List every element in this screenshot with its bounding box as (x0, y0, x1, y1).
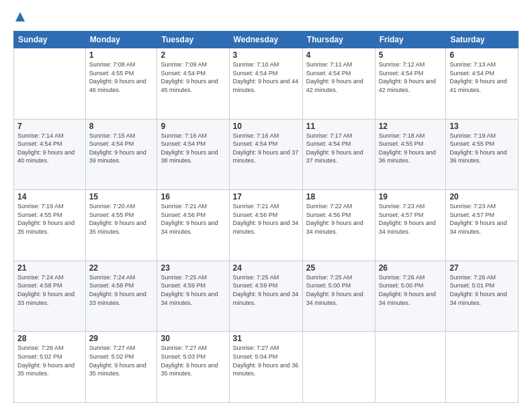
day-info: Sunrise: 7:26 AMSunset: 5:00 PMDaylight:… (379, 274, 436, 306)
calendar-week-row: 14 Sunrise: 7:19 AMSunset: 4:55 PMDaylig… (14, 190, 519, 261)
day-number: 26 (379, 263, 443, 273)
day-number: 22 (89, 263, 154, 273)
day-number: 14 (17, 192, 82, 201)
calendar-cell: 5 Sunrise: 7:12 AMSunset: 4:54 PMDayligh… (375, 48, 446, 120)
day-info: Sunrise: 7:22 AMSunset: 4:56 PMDaylight:… (306, 203, 363, 235)
day-info: Sunrise: 7:17 AMSunset: 4:54 PMDaylight:… (306, 132, 363, 165)
day-info: Sunrise: 7:27 AMSunset: 5:03 PMDaylight:… (161, 345, 218, 377)
calendar-cell: 25 Sunrise: 7:25 AMSunset: 5:00 PMDaylig… (302, 261, 375, 332)
calendar-cell: 18 Sunrise: 7:22 AMSunset: 4:56 PMDaylig… (302, 190, 375, 261)
calendar-cell: 3 Sunrise: 7:10 AMSunset: 4:54 PMDayligh… (229, 48, 302, 120)
day-info: Sunrise: 7:21 AMSunset: 4:56 PMDaylight:… (161, 203, 218, 235)
day-number: 5 (379, 50, 443, 60)
weekday-header-row: SundayMondayTuesdayWednesdayThursdayFrid… (14, 32, 519, 48)
calendar-week-row: 1 Sunrise: 7:08 AMSunset: 4:55 PMDayligh… (14, 48, 519, 120)
day-number: 24 (233, 263, 299, 273)
day-info: Sunrise: 7:20 AMSunset: 4:55 PMDaylight:… (89, 203, 146, 235)
calendar-week-row: 28 Sunrise: 7:26 AMSunset: 5:02 PMDaylig… (14, 332, 519, 403)
svg-marker-0 (15, 12, 25, 21)
day-info: Sunrise: 7:23 AMSunset: 4:57 PMDaylight:… (379, 203, 436, 235)
day-info: Sunrise: 7:15 AMSunset: 4:54 PMDaylight:… (89, 132, 146, 165)
page: SundayMondayTuesdayWednesdayThursdayFrid… (0, 0, 532, 411)
day-number: 17 (233, 192, 299, 201)
calendar-week-row: 21 Sunrise: 7:24 AMSunset: 4:58 PMDaylig… (14, 261, 519, 332)
day-number: 27 (449, 263, 515, 273)
day-info: Sunrise: 7:27 AMSunset: 5:04 PMDaylight:… (233, 345, 299, 377)
weekday-header-thursday: Thursday (302, 32, 375, 48)
weekday-header-monday: Monday (85, 32, 157, 48)
calendar-cell (446, 332, 519, 403)
calendar-cell: 15 Sunrise: 7:20 AMSunset: 4:55 PMDaylig… (85, 190, 157, 261)
calendar-cell: 23 Sunrise: 7:25 AMSunset: 4:59 PMDaylig… (157, 261, 229, 332)
day-info: Sunrise: 7:10 AMSunset: 4:54 PMDaylight:… (233, 61, 299, 93)
calendar-cell: 16 Sunrise: 7:21 AMSunset: 4:56 PMDaylig… (157, 190, 229, 261)
day-info: Sunrise: 7:16 AMSunset: 4:54 PMDaylight:… (161, 132, 218, 165)
calendar-cell: 12 Sunrise: 7:18 AMSunset: 4:55 PMDaylig… (375, 119, 446, 190)
calendar-cell: 21 Sunrise: 7:24 AMSunset: 4:58 PMDaylig… (14, 261, 86, 332)
day-number: 10 (233, 122, 299, 131)
calendar-cell (14, 48, 86, 120)
calendar-cell: 17 Sunrise: 7:21 AMSunset: 4:56 PMDaylig… (229, 190, 302, 261)
day-info: Sunrise: 7:25 AMSunset: 4:59 PMDaylight:… (161, 274, 218, 306)
day-number: 1 (89, 50, 154, 60)
day-number: 7 (17, 122, 82, 131)
day-number: 2 (161, 50, 225, 60)
weekday-header-wednesday: Wednesday (229, 32, 302, 48)
day-number: 21 (17, 263, 82, 273)
calendar-table: SundayMondayTuesdayWednesdayThursdayFrid… (13, 31, 519, 403)
day-number: 12 (379, 122, 443, 131)
calendar-cell: 10 Sunrise: 7:16 AMSunset: 4:54 PMDaylig… (229, 119, 302, 190)
day-number: 8 (89, 122, 154, 131)
day-number: 28 (17, 334, 82, 343)
day-number: 11 (306, 122, 371, 131)
calendar-cell: 30 Sunrise: 7:27 AMSunset: 5:03 PMDaylig… (157, 332, 229, 403)
day-info: Sunrise: 7:08 AMSunset: 4:55 PMDaylight:… (89, 61, 146, 93)
day-number: 15 (89, 192, 154, 201)
day-number: 18 (306, 192, 371, 201)
logo-text (13, 12, 25, 24)
day-number: 6 (449, 50, 515, 60)
day-info: Sunrise: 7:25 AMSunset: 4:59 PMDaylight:… (233, 274, 299, 306)
calendar-cell: 27 Sunrise: 7:26 AMSunset: 5:01 PMDaylig… (446, 261, 519, 332)
day-number: 31 (233, 334, 299, 343)
day-info: Sunrise: 7:12 AMSunset: 4:54 PMDaylight:… (379, 61, 436, 93)
weekday-header-sunday: Sunday (14, 32, 86, 48)
weekday-header-saturday: Saturday (446, 32, 519, 48)
calendar-cell: 11 Sunrise: 7:17 AMSunset: 4:54 PMDaylig… (302, 119, 375, 190)
day-number: 30 (161, 334, 225, 343)
day-number: 20 (449, 192, 515, 201)
calendar-cell: 20 Sunrise: 7:23 AMSunset: 4:57 PMDaylig… (446, 190, 519, 261)
day-number: 3 (233, 50, 299, 60)
day-info: Sunrise: 7:26 AMSunset: 5:01 PMDaylight:… (449, 274, 506, 306)
calendar-cell (375, 332, 446, 403)
weekday-header-tuesday: Tuesday (157, 32, 229, 48)
day-number: 25 (306, 263, 371, 273)
day-info: Sunrise: 7:21 AMSunset: 4:56 PMDaylight:… (233, 203, 299, 235)
logo-triangle (15, 12, 25, 24)
day-info: Sunrise: 7:23 AMSunset: 4:57 PMDaylight:… (449, 203, 506, 235)
calendar-cell: 1 Sunrise: 7:08 AMSunset: 4:55 PMDayligh… (85, 48, 157, 120)
calendar-cell: 24 Sunrise: 7:25 AMSunset: 4:59 PMDaylig… (229, 261, 302, 332)
calendar-cell: 2 Sunrise: 7:09 AMSunset: 4:54 PMDayligh… (157, 48, 229, 120)
day-info: Sunrise: 7:16 AMSunset: 4:54 PMDaylight:… (233, 132, 299, 165)
day-number: 19 (379, 192, 443, 201)
weekday-header-friday: Friday (375, 32, 446, 48)
day-info: Sunrise: 7:14 AMSunset: 4:54 PMDaylight:… (17, 132, 75, 165)
day-info: Sunrise: 7:18 AMSunset: 4:55 PMDaylight:… (379, 132, 436, 165)
logo (13, 12, 25, 24)
day-number: 13 (449, 122, 515, 131)
calendar-cell: 13 Sunrise: 7:19 AMSunset: 4:55 PMDaylig… (446, 119, 519, 190)
day-number: 23 (161, 263, 225, 273)
calendar-cell: 8 Sunrise: 7:15 AMSunset: 4:54 PMDayligh… (85, 119, 157, 190)
day-info: Sunrise: 7:19 AMSunset: 4:55 PMDaylight:… (17, 203, 75, 235)
calendar-cell: 22 Sunrise: 7:24 AMSunset: 4:58 PMDaylig… (85, 261, 157, 332)
day-info: Sunrise: 7:27 AMSunset: 5:02 PMDaylight:… (89, 345, 146, 377)
day-info: Sunrise: 7:24 AMSunset: 4:58 PMDaylight:… (89, 274, 146, 306)
day-info: Sunrise: 7:26 AMSunset: 5:02 PMDaylight:… (17, 345, 75, 377)
calendar-cell: 14 Sunrise: 7:19 AMSunset: 4:55 PMDaylig… (14, 190, 86, 261)
day-info: Sunrise: 7:09 AMSunset: 4:54 PMDaylight:… (161, 61, 218, 93)
day-number: 29 (89, 334, 154, 343)
calendar-cell: 7 Sunrise: 7:14 AMSunset: 4:54 PMDayligh… (14, 119, 86, 190)
day-info: Sunrise: 7:25 AMSunset: 5:00 PMDaylight:… (306, 274, 363, 306)
day-number: 9 (161, 122, 225, 131)
